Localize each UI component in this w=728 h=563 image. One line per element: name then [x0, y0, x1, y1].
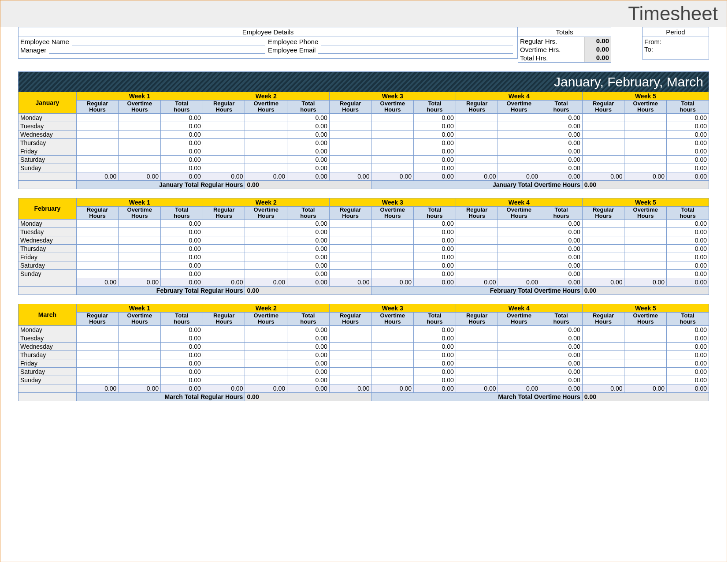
hours-cell[interactable] — [119, 367, 161, 376]
hours-cell[interactable] — [119, 220, 161, 228]
hours-cell[interactable] — [371, 164, 414, 172]
hours-cell[interactable] — [245, 130, 287, 138]
hours-cell[interactable] — [329, 113, 371, 122]
hours-cell[interactable] — [245, 122, 287, 130]
hours-cell[interactable] — [456, 350, 498, 359]
hours-cell[interactable] — [119, 113, 161, 122]
hours-cell[interactable] — [119, 228, 161, 236]
hours-cell[interactable] — [245, 245, 287, 253]
hours-cell[interactable] — [456, 122, 498, 130]
hours-cell[interactable] — [203, 359, 245, 367]
hours-cell[interactable] — [624, 164, 667, 172]
hours-cell[interactable] — [329, 245, 371, 253]
hours-cell[interactable] — [76, 147, 119, 155]
hours-cell[interactable] — [582, 130, 624, 138]
hours-cell[interactable] — [119, 376, 161, 384]
hours-cell[interactable] — [456, 147, 498, 155]
hours-cell[interactable] — [624, 220, 667, 228]
hours-cell[interactable] — [498, 164, 540, 172]
hours-cell[interactable] — [203, 236, 245, 245]
hours-cell[interactable] — [203, 220, 245, 228]
hours-cell[interactable] — [624, 236, 667, 245]
hours-cell[interactable] — [245, 325, 287, 334]
hours-cell[interactable] — [329, 359, 371, 367]
hours-cell[interactable] — [456, 334, 498, 342]
hours-cell[interactable] — [119, 334, 161, 342]
hours-cell[interactable] — [371, 325, 414, 334]
hours-cell[interactable] — [203, 342, 245, 350]
hours-cell[interactable] — [371, 359, 414, 367]
hours-cell[interactable] — [245, 155, 287, 164]
hours-cell[interactable] — [76, 228, 119, 236]
hours-cell[interactable] — [245, 113, 287, 122]
hours-cell[interactable] — [498, 376, 540, 384]
hours-cell[interactable] — [498, 261, 540, 270]
hours-cell[interactable] — [371, 350, 414, 359]
hours-cell[interactable] — [624, 270, 667, 278]
hours-cell[interactable] — [203, 147, 245, 155]
hours-cell[interactable] — [582, 325, 624, 334]
hours-cell[interactable] — [582, 270, 624, 278]
hours-cell[interactable] — [76, 138, 119, 147]
hours-cell[interactable] — [498, 350, 540, 359]
hours-cell[interactable] — [203, 245, 245, 253]
hours-cell[interactable] — [203, 138, 245, 147]
hours-cell[interactable] — [203, 228, 245, 236]
hours-cell[interactable] — [498, 325, 540, 334]
hours-cell[interactable] — [624, 113, 667, 122]
hours-cell[interactable] — [329, 350, 371, 359]
hours-cell[interactable] — [624, 253, 667, 261]
hours-cell[interactable] — [582, 164, 624, 172]
hours-cell[interactable] — [456, 376, 498, 384]
hours-cell[interactable] — [371, 334, 414, 342]
hours-cell[interactable] — [624, 122, 667, 130]
hours-cell[interactable] — [76, 359, 119, 367]
hours-cell[interactable] — [582, 376, 624, 384]
hours-cell[interactable] — [371, 138, 414, 147]
employee-email-input[interactable] — [318, 47, 513, 54]
hours-cell[interactable] — [371, 155, 414, 164]
hours-cell[interactable] — [456, 342, 498, 350]
hours-cell[interactable] — [498, 122, 540, 130]
hours-cell[interactable] — [203, 113, 245, 122]
hours-cell[interactable] — [329, 253, 371, 261]
hours-cell[interactable] — [76, 130, 119, 138]
hours-cell[interactable] — [119, 342, 161, 350]
hours-cell[interactable] — [498, 220, 540, 228]
hours-cell[interactable] — [498, 228, 540, 236]
hours-cell[interactable] — [456, 113, 498, 122]
hours-cell[interactable] — [498, 113, 540, 122]
hours-cell[interactable] — [329, 270, 371, 278]
hours-cell[interactable] — [76, 270, 119, 278]
hours-cell[interactable] — [245, 138, 287, 147]
hours-cell[interactable] — [371, 228, 414, 236]
hours-cell[interactable] — [498, 138, 540, 147]
hours-cell[interactable] — [624, 245, 667, 253]
hours-cell[interactable] — [245, 376, 287, 384]
hours-cell[interactable] — [624, 130, 667, 138]
hours-cell[interactable] — [119, 270, 161, 278]
hours-cell[interactable] — [456, 245, 498, 253]
hours-cell[interactable] — [245, 253, 287, 261]
hours-cell[interactable] — [371, 376, 414, 384]
hours-cell[interactable] — [582, 113, 624, 122]
hours-cell[interactable] — [582, 228, 624, 236]
hours-cell[interactable] — [456, 359, 498, 367]
hours-cell[interactable] — [582, 122, 624, 130]
hours-cell[interactable] — [456, 228, 498, 236]
hours-cell[interactable] — [203, 325, 245, 334]
hours-cell[interactable] — [76, 367, 119, 376]
hours-cell[interactable] — [119, 236, 161, 245]
hours-cell[interactable] — [456, 164, 498, 172]
hours-cell[interactable] — [456, 236, 498, 245]
hours-cell[interactable] — [119, 325, 161, 334]
hours-cell[interactable] — [203, 270, 245, 278]
hours-cell[interactable] — [119, 164, 161, 172]
hours-cell[interactable] — [371, 113, 414, 122]
hours-cell[interactable] — [498, 155, 540, 164]
hours-cell[interactable] — [624, 359, 667, 367]
hours-cell[interactable] — [329, 122, 371, 130]
hours-cell[interactable] — [76, 350, 119, 359]
hours-cell[interactable] — [498, 147, 540, 155]
hours-cell[interactable] — [498, 334, 540, 342]
